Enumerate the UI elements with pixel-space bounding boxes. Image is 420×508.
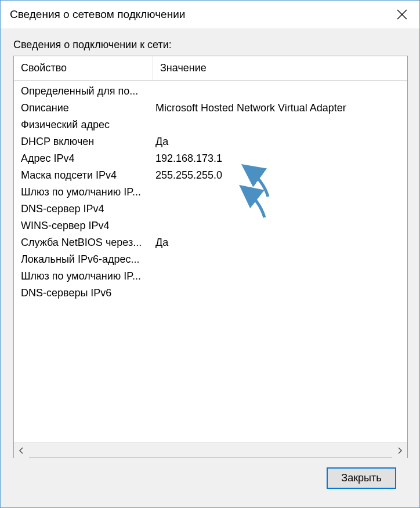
value-cell: 192.168.173.1: [153, 153, 407, 165]
properties-list: Свойство Значение Определенный для по...…: [13, 56, 408, 458]
table-row[interactable]: DNS-сервер IPv4: [14, 201, 407, 217]
property-cell: Описание: [14, 102, 153, 114]
content-area: Сведения о подключении к сети: Свойство …: [1, 28, 419, 507]
table-row[interactable]: Локальный IPv6-адрес...: [14, 251, 407, 268]
section-label: Сведения о подключении к сети:: [13, 39, 408, 51]
close-icon[interactable]: [385, 1, 419, 28]
property-cell: Физический адрес: [14, 119, 153, 131]
table-row[interactable]: Шлюз по умолчанию IP...: [14, 268, 407, 285]
close-button[interactable]: Закрыть: [327, 467, 396, 489]
column-header-property[interactable]: Свойство: [14, 56, 153, 80]
network-details-dialog: Сведения о сетевом подключении Сведения …: [0, 0, 420, 508]
table-row[interactable]: DNS-серверы IPv6: [14, 285, 407, 302]
scroll-left-icon[interactable]: [14, 443, 29, 458]
property-cell: Локальный IPv6-адрес...: [14, 253, 153, 266]
property-cell: WINS-сервер IPv4: [14, 220, 153, 232]
property-cell: Шлюз по умолчанию IP...: [14, 270, 153, 282]
property-cell: Служба NetBIOS через...: [14, 237, 153, 249]
table-row[interactable]: Определенный для по...: [14, 83, 407, 100]
value-cell: [153, 119, 407, 131]
column-header-value[interactable]: Значение: [153, 56, 407, 80]
table-row[interactable]: Служба NetBIOS через... Да: [14, 234, 407, 251]
property-cell: Определенный для по...: [14, 85, 153, 97]
property-cell: Маска подсети IPv4: [14, 169, 153, 182]
value-cell: Да: [153, 237, 407, 249]
property-cell: DNS-серверы IPv6: [14, 287, 153, 299]
value-cell: [153, 186, 407, 198]
list-body: Определенный для по... Описание Microsof…: [14, 81, 407, 442]
value-cell: [153, 253, 407, 266]
table-row[interactable]: Шлюз по умолчанию IP...: [14, 184, 407, 201]
value-cell: [153, 270, 407, 282]
list-header: Свойство Значение: [14, 56, 407, 81]
property-cell: Шлюз по умолчанию IP...: [14, 186, 153, 198]
property-cell: Адрес IPv4: [14, 153, 153, 165]
scroll-right-icon[interactable]: [392, 443, 407, 458]
value-cell: 255.255.255.0: [153, 169, 407, 182]
table-row[interactable]: Адрес IPv4 192.168.173.1: [14, 150, 407, 167]
property-cell: DHCP включен: [14, 136, 153, 148]
table-row[interactable]: Физический адрес: [14, 117, 407, 133]
titlebar: Сведения о сетевом подключении: [1, 1, 419, 28]
table-row[interactable]: Маска подсети IPv4 255.255.255.0: [14, 167, 407, 184]
property-cell: DNS-сервер IPv4: [14, 203, 153, 215]
value-cell: Да: [153, 136, 407, 148]
horizontal-scrollbar[interactable]: [14, 442, 407, 458]
value-cell: [153, 203, 407, 215]
window-title: Сведения о сетевом подключении: [10, 8, 185, 21]
dialog-footer: Закрыть: [13, 458, 408, 499]
value-cell: [153, 85, 407, 97]
table-row[interactable]: DHCP включен Да: [14, 133, 407, 150]
value-cell: [153, 287, 407, 299]
table-row[interactable]: WINS-сервер IPv4: [14, 217, 407, 234]
value-cell: Microsoft Hosted Network Virtual Adapter: [153, 102, 407, 114]
value-cell: [153, 220, 407, 232]
table-row[interactable]: Описание Microsoft Hosted Network Virtua…: [14, 100, 407, 117]
